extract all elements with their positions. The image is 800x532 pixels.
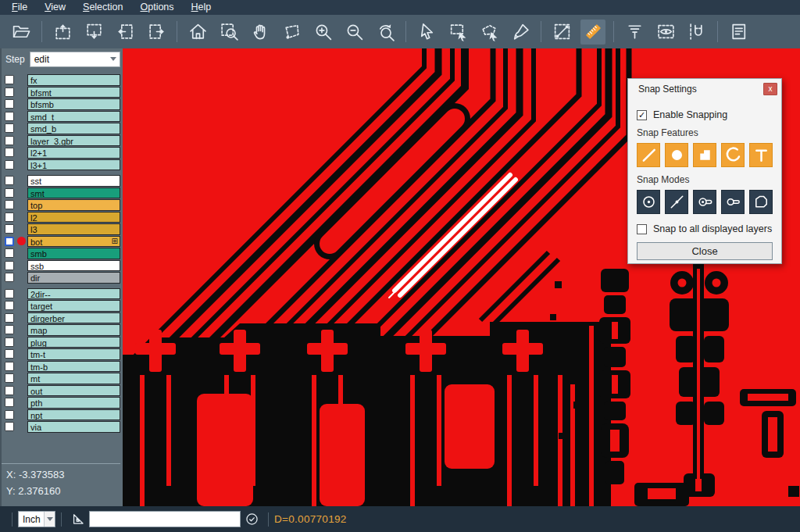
dialog-titlebar[interactable]: Snap Settings x <box>628 79 781 98</box>
layer-visibility-checkbox[interactable] <box>5 224 14 234</box>
layer-name-field[interactable]: layer_3.gbr <box>27 135 120 147</box>
unit-select[interactable]: Inch <box>18 511 55 527</box>
zoom-out-button[interactable] <box>341 20 366 45</box>
layer-name-field[interactable]: top <box>27 199 120 211</box>
close-icon[interactable]: x <box>763 83 777 95</box>
layer-visibility-checkbox[interactable] <box>5 200 14 209</box>
layer-visibility-checkbox[interactable] <box>5 313 14 323</box>
home-view-button[interactable] <box>185 20 210 45</box>
layer-visibility-checkbox[interactable] <box>5 75 14 84</box>
layer-visibility-checkbox[interactable] <box>5 289 14 298</box>
layer-name-field[interactable]: l3 <box>27 223 120 235</box>
layer-visibility-checkbox[interactable] <box>5 248 14 258</box>
layer-visibility-checkbox[interactable] <box>5 362 14 371</box>
snap-slot-filled-button[interactable] <box>693 190 716 214</box>
menu-options[interactable]: Options <box>131 1 182 14</box>
snap-text-button[interactable] <box>749 143 773 167</box>
layer-name-field[interactable]: mt <box>27 373 120 384</box>
snap-midpoint-button[interactable] <box>665 190 688 214</box>
snap-surface-button[interactable] <box>693 143 716 167</box>
layer-visibility-checkbox[interactable] <box>5 176 14 185</box>
layer-name-field[interactable]: target <box>27 300 120 312</box>
layer-visibility-checkbox[interactable] <box>5 188 14 198</box>
menu-view[interactable]: View <box>36 1 74 14</box>
layer-visibility-checkbox[interactable] <box>5 398 14 407</box>
measure-line-button[interactable] <box>549 20 574 45</box>
step-select[interactable]: edit <box>30 52 120 67</box>
layer-name-field[interactable]: tm-t <box>27 348 120 360</box>
layer-visibility-checkbox[interactable] <box>5 410 14 420</box>
enable-snapping-checkbox[interactable]: ✓ <box>637 110 647 120</box>
shift-view-right-button[interactable] <box>144 20 169 45</box>
snap-center-button[interactable] <box>637 190 660 214</box>
layer-visibility-checkbox[interactable] <box>5 373 14 383</box>
layer-visibility-checkbox[interactable] <box>5 136 14 145</box>
layer-name-field[interactable]: plug <box>27 337 120 348</box>
zoom-polygon-button[interactable] <box>279 20 304 45</box>
layer-name-field[interactable]: l2 <box>27 212 120 223</box>
layer-name-field[interactable]: dir <box>27 272 120 284</box>
layer-visibility-checkbox[interactable] <box>5 386 14 395</box>
layer-visibility-checkbox[interactable] <box>5 123 14 133</box>
layer-name-field[interactable]: 2dir-- <box>27 288 120 300</box>
layer-visibility-checkbox[interactable] <box>5 87 14 97</box>
apply-check-icon[interactable] <box>243 511 260 528</box>
snap-all-layers-row[interactable]: Snap to all displayed layers <box>637 223 773 234</box>
layer-name-field[interactable]: l2+1 <box>27 147 120 159</box>
layer-name-field[interactable]: smb <box>27 248 120 259</box>
menu-help[interactable]: Help <box>183 1 220 14</box>
layer-name-field[interactable]: tm-b <box>27 361 120 373</box>
layer-name-field[interactable]: sst <box>27 175 120 187</box>
layer-visibility-checkbox[interactable] <box>5 148 14 157</box>
snap-magnet-button[interactable] <box>684 20 709 45</box>
zoom-window-button[interactable] <box>216 20 241 45</box>
snap-slot-outline-button[interactable] <box>721 190 745 214</box>
layer-visibility-checkbox[interactable] <box>5 99 14 109</box>
layer-visibility-checkbox[interactable] <box>5 261 14 270</box>
snap-line-button[interactable] <box>637 143 660 167</box>
enable-snapping-row[interactable]: ✓ Enable Snapping <box>637 109 773 120</box>
snap-contour-button[interactable] <box>749 190 773 214</box>
layer-name-field[interactable]: dirgerber <box>27 312 120 324</box>
layer-visibility-checkbox[interactable] <box>5 160 14 170</box>
shift-view-left-button[interactable] <box>112 20 138 45</box>
clear-brush-button[interactable] <box>508 20 533 45</box>
layer-visibility-checkbox[interactable] <box>5 237 14 246</box>
snap-all-layers-checkbox[interactable] <box>637 224 647 234</box>
layer-name-field[interactable]: bfsmb <box>27 98 120 110</box>
menu-file[interactable]: File <box>3 1 36 14</box>
snap-pad-button[interactable] <box>665 143 688 167</box>
layer-name-field[interactable]: map <box>27 324 120 336</box>
layer-visibility-checkbox[interactable] <box>5 112 14 121</box>
layer-name-field[interactable]: out <box>27 385 120 397</box>
layer-name-field[interactable]: ssb <box>27 260 120 272</box>
measure-ruler-button[interactable] <box>580 20 605 45</box>
layer-name-field[interactable]: via <box>27 421 120 433</box>
layer-name-field[interactable]: pth <box>27 397 120 409</box>
select-polygon-button[interactable] <box>477 20 502 45</box>
layer-name-field[interactable]: bot⊞ <box>27 236 120 248</box>
layer-name-field[interactable]: npt <box>27 409 120 421</box>
snap-arc-button[interactable] <box>721 143 745 167</box>
layer-name-field[interactable]: bfsmt <box>27 87 120 98</box>
zoom-previous-button[interactable] <box>373 20 398 45</box>
pan-hand-button[interactable] <box>248 20 273 45</box>
layer-name-field[interactable]: smt <box>27 187 120 199</box>
layer-name-field[interactable]: smd_t <box>27 111 120 123</box>
layer-visibility-checkbox[interactable] <box>5 422 14 431</box>
zoom-in-button[interactable] <box>310 20 335 45</box>
select-pointer-button[interactable] <box>414 20 439 45</box>
layer-visibility-checkbox[interactable] <box>5 212 14 222</box>
layer-visibility-checkbox[interactable] <box>5 337 14 347</box>
shift-view-down-button[interactable] <box>81 20 106 45</box>
select-rectangle-button[interactable] <box>445 20 470 45</box>
command-input[interactable] <box>89 511 241 527</box>
filter-funnel-button[interactable] <box>622 20 647 45</box>
report-list-button[interactable] <box>726 20 751 45</box>
view-eye-button[interactable] <box>653 20 678 45</box>
shift-view-up-button[interactable] <box>50 20 75 45</box>
angle-tool-icon[interactable] <box>70 511 87 528</box>
layer-name-field[interactable]: smd_b <box>27 123 120 134</box>
layer-visibility-checkbox[interactable] <box>5 273 14 282</box>
layer-visibility-checkbox[interactable] <box>5 325 14 334</box>
